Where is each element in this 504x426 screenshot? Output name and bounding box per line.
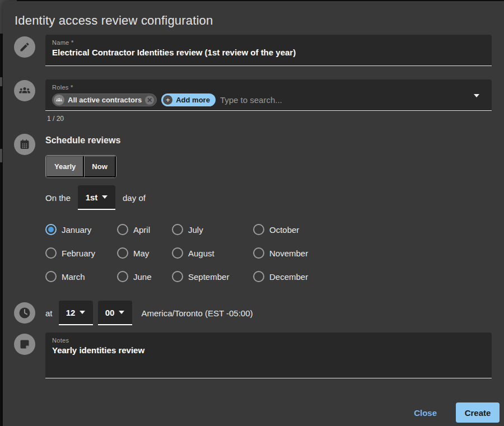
group-icon: [54, 95, 64, 105]
name-field-label: Name *: [52, 39, 485, 46]
month-option-july[interactable]: July: [172, 218, 253, 241]
month-label: June: [133, 272, 152, 282]
month-option-january[interactable]: January: [45, 218, 117, 241]
day-of-month-row: On the 1st day of: [45, 185, 146, 210]
roles-dropdown-caret-icon[interactable]: [474, 94, 479, 97]
close-button[interactable]: Close: [409, 405, 441, 421]
month-option-june[interactable]: June: [117, 265, 172, 288]
radio-icon[interactable]: [172, 271, 183, 282]
month-label: April: [133, 225, 150, 235]
schedule-heading: Schedule reviews: [45, 135, 120, 146]
day-of-label: day of: [123, 193, 146, 203]
minute-select[interactable]: 00: [98, 301, 132, 325]
frequency-option-yearly[interactable]: Yearly: [46, 156, 84, 177]
month-label: March: [62, 272, 85, 282]
role-chip[interactable]: All active contractors ✕: [52, 93, 157, 106]
month-label: January: [62, 225, 91, 235]
role-chip-label: All active contractors: [68, 96, 142, 104]
months-grid: JanuaryFebruaryMarchAprilMayJuneJulyAugu…: [45, 218, 308, 288]
month-option-march[interactable]: March: [45, 265, 117, 288]
month-option-december[interactable]: December: [253, 265, 308, 288]
day-select[interactable]: 1st: [78, 185, 115, 210]
dialog-footer: Close Create: [409, 402, 500, 423]
pencil-icon: [14, 36, 35, 58]
month-label: February: [62, 249, 95, 258]
month-label: July: [188, 225, 203, 235]
radio-icon[interactable]: [172, 247, 183, 259]
roles-counter: 1 / 20: [47, 115, 64, 123]
radio-selected-icon[interactable]: [45, 224, 57, 235]
plus-icon: +: [163, 95, 172, 105]
month-option-february[interactable]: February: [45, 241, 117, 265]
identity-review-dialog: Identity access review configuration Nam…: [3, 1, 504, 426]
month-option-november[interactable]: November: [253, 241, 308, 265]
add-more-label: Add more: [176, 96, 210, 104]
day-select-caret-icon: [102, 195, 108, 199]
name-field[interactable]: Name * Electrical Contractor Identities …: [45, 35, 492, 66]
timezone-label: America/Toronto (EST -05:00): [142, 308, 253, 318]
at-label: at: [45, 308, 53, 318]
minute-select-caret-icon: [119, 311, 124, 314]
month-label: August: [188, 249, 214, 258]
month-option-april[interactable]: April: [117, 218, 172, 241]
add-more-button[interactable]: + Add more: [161, 93, 216, 106]
month-option-august[interactable]: August: [172, 241, 253, 265]
roles-field[interactable]: Roles * All active contractors ✕ + Add m…: [45, 79, 492, 111]
month-label: December: [269, 272, 308, 282]
day-select-value: 1st: [86, 193, 98, 202]
hour-select[interactable]: 12: [59, 301, 93, 325]
notes-field-label: Notes: [52, 337, 485, 344]
radio-icon[interactable]: [45, 271, 57, 282]
notes-field[interactable]: Notes Yearly identities review: [45, 333, 492, 378]
page-edge-mark: [0, 149, 2, 162]
minute-select-value: 00: [105, 308, 115, 317]
chip-remove-icon[interactable]: ✕: [145, 96, 154, 105]
radio-icon[interactable]: [117, 224, 128, 235]
radio-icon[interactable]: [117, 247, 128, 259]
radio-icon[interactable]: [45, 247, 57, 259]
radio-icon[interactable]: [172, 224, 183, 235]
month-option-september[interactable]: September: [172, 265, 253, 288]
radio-icon[interactable]: [253, 271, 264, 282]
calendar-icon: [14, 134, 35, 155]
on-the-label: On the: [45, 193, 71, 203]
month-option-may[interactable]: May: [117, 241, 172, 265]
time-row: at 12 00 America/Toronto (EST -05:00): [45, 301, 253, 325]
month-label: September: [188, 272, 229, 282]
roles-search-input[interactable]: Type to search...: [220, 95, 282, 105]
create-button[interactable]: Create: [456, 402, 500, 423]
radio-icon[interactable]: [117, 271, 128, 282]
people-icon: [14, 80, 35, 101]
radio-icon[interactable]: [253, 224, 264, 235]
month-label: May: [133, 249, 149, 258]
frequency-toggle: Yearly Now: [45, 155, 116, 178]
hour-select-value: 12: [66, 308, 76, 317]
name-field-value[interactable]: Electrical Contractor Identities review …: [52, 48, 485, 57]
notes-field-value[interactable]: Yearly identities review: [52, 345, 485, 355]
page-edge-mark: [0, 77, 2, 86]
dialog-title: Identity access review configuration: [15, 13, 213, 28]
frequency-option-now[interactable]: Now: [84, 156, 115, 177]
screen: Identity access review configuration Nam…: [0, 0, 504, 426]
month-label: October: [269, 225, 299, 235]
radio-icon[interactable]: [253, 247, 264, 259]
clock-icon: [14, 302, 35, 324]
month-option-october[interactable]: October: [253, 218, 308, 241]
roles-field-label: Roles *: [52, 84, 485, 91]
hour-select-caret-icon: [80, 311, 85, 314]
month-label: November: [269, 249, 308, 258]
note-icon: [14, 334, 35, 355]
